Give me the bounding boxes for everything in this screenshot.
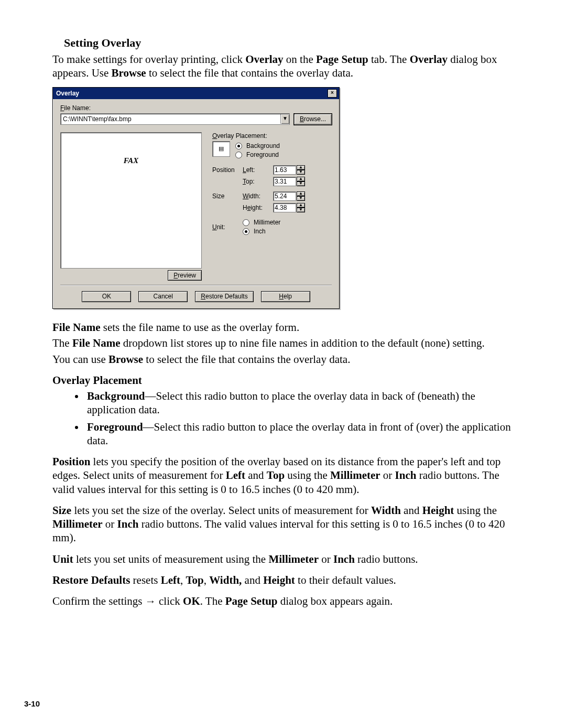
radio-foreground-label: Foreground [246,151,279,159]
overlay-placement-heading: Overlay Placement [52,373,516,387]
left-label: Left: [243,166,273,174]
placement-icon: ▤ [212,141,230,157]
page-number: 3-10 [24,699,40,709]
placement-foreground-item: Foreground—Select this radio button to p… [85,420,516,448]
radio-foreground[interactable]: Foreground [235,151,280,159]
restore-desc: Restore Defaults resets Left, Top, Width… [52,573,516,587]
overlay-dialog-figure: Overlay × File Name: C:\WINNT\temp\fax.b… [52,87,516,309]
ok-button[interactable]: OK [82,291,131,302]
placement-options-list: Background—Select this radio button to p… [52,389,516,447]
width-label: Width: [243,192,273,200]
filename-desc-3: You can use Browse to select the file th… [52,352,516,366]
width-spinner[interactable]: ▲▼ [273,191,305,201]
left-input[interactable] [273,165,296,175]
left-spinner[interactable]: ▲▼ [273,165,305,175]
dialog-titlebar: Overlay × [53,88,339,99]
spin-down-icon[interactable]: ▼ [297,208,305,212]
radio-millimeter[interactable]: Millimeter [243,219,280,227]
height-input[interactable] [273,203,296,212]
width-input[interactable] [273,191,296,201]
placement-background-item: Background—Select this radio button to p… [85,389,516,417]
preview-button[interactable]: Preview [168,270,202,281]
preview-area: FAX [60,132,202,269]
close-icon[interactable]: × [328,89,337,98]
unit-desc: Unit lets you set units of measurement u… [52,552,516,566]
filename-desc-1: File Name sets the file name to use as t… [52,320,516,334]
browse-button[interactable]: Browse... [294,114,332,125]
file-name-value: C:\WINNT\temp\fax.bmp [63,115,132,123]
restore-defaults-button[interactable]: Restore Defaults [195,291,253,302]
radio-inch[interactable]: Inch [243,228,280,235]
height-spinner[interactable]: ▲▼ [273,203,305,212]
size-desc: Size lets you set the size of the overla… [52,504,516,545]
radio-background[interactable]: Background [235,142,280,150]
overlay-dialog: Overlay × File Name: C:\WINNT\temp\fax.b… [52,87,340,309]
cancel-button[interactable]: Cancel [138,291,188,302]
size-label: Size [212,192,243,200]
chevron-down-icon[interactable]: ▼ [280,114,289,124]
radio-background-label: Background [246,142,280,150]
overlay-placement-label: Overlay Placement: [212,132,332,140]
radio-millimeter-label: Millimeter [254,219,280,227]
file-name-label: File Name: [60,104,332,112]
position-label: Position [212,166,243,174]
unit-label: Unit: [212,223,243,231]
file-name-combo[interactable]: C:\WINNT\temp\fax.bmp ▼ [60,113,290,125]
intro-paragraph: To make settings for overlay printing, c… [52,52,516,80]
top-label: Top: [243,178,273,186]
position-desc: Position lets you specify the position o… [52,455,516,496]
dialog-title: Overlay [56,90,79,98]
section-heading: Setting Overlay [64,36,516,50]
spin-down-icon[interactable]: ▼ [297,170,305,175]
filename-desc-2: The File Name dropdown list stores up to… [52,336,516,350]
top-input[interactable] [273,177,296,186]
spin-down-icon[interactable]: ▼ [297,181,305,186]
spin-down-icon[interactable]: ▼ [297,196,305,201]
help-button[interactable]: Help [261,291,310,302]
confirm-desc: Confirm the settings → click OK. The Pag… [52,594,516,608]
top-spinner[interactable]: ▲▼ [273,177,305,186]
radio-inch-label: Inch [254,228,266,235]
height-label: Height: [243,204,273,212]
preview-content: FAX [124,157,139,165]
